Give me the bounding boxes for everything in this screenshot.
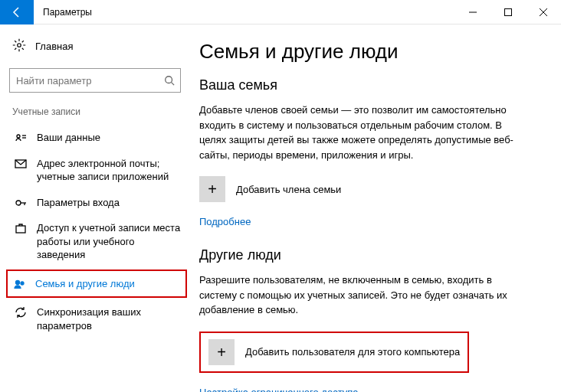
people-icon	[12, 278, 26, 290]
svg-point-11	[16, 201, 21, 205]
maximize-button[interactable]	[490, 0, 526, 24]
key-icon	[14, 197, 28, 209]
sidebar-item-label: Синхронизация ваших параметров	[37, 305, 182, 332]
others-description: Разрешите пользователям, не включенным в…	[199, 273, 521, 318]
back-button[interactable]	[0, 0, 34, 24]
sidebar-item-your-info[interactable]: Ваши данные	[9, 125, 187, 151]
minimize-button[interactable]	[455, 0, 490, 24]
page-title: Семья и другие люди	[199, 40, 541, 64]
window-controls	[455, 0, 561, 24]
maximize-icon	[504, 8, 512, 16]
titlebar: Параметры	[0, 0, 561, 24]
add-family-member-label: Добавить члена семьи	[236, 184, 341, 195]
sidebar-item-label: Семья и другие люди	[35, 277, 181, 291]
search-box[interactable]	[9, 68, 181, 93]
sidebar-section-heading: Учетные записи	[9, 106, 190, 117]
svg-rect-14	[16, 226, 25, 233]
highlight-annotation-sidebar: Семья и другие люди	[6, 270, 187, 299]
svg-point-7	[17, 135, 20, 138]
window-title: Параметры	[43, 7, 455, 18]
sidebar-item-email-accounts[interactable]: Адрес электронной почты; учетные записи …	[9, 151, 187, 190]
sidebar-item-signin-options[interactable]: Параметры входа	[9, 190, 187, 216]
kiosk-link[interactable]: Настройка ограниченного доступа	[199, 387, 359, 393]
search-input[interactable]	[10, 75, 159, 87]
sidebar: Главная Учетные записи Ваши данные Адрес…	[0, 24, 190, 392]
highlight-annotation-content: + Добавить пользователя для этого компью…	[199, 332, 469, 373]
gear-icon	[12, 38, 26, 54]
add-family-member-row[interactable]: + Добавить члена семьи	[199, 176, 541, 202]
sidebar-item-family-and-others[interactable]: Семья и другие люди	[8, 271, 185, 297]
svg-line-6	[172, 83, 175, 86]
learn-more-link[interactable]: Подробнее	[199, 216, 251, 227]
plus-icon: +	[199, 176, 225, 202]
svg-point-5	[166, 77, 172, 83]
home-button[interactable]: Главная	[9, 34, 190, 59]
svg-point-16	[21, 282, 24, 285]
sidebar-item-label: Параметры входа	[37, 196, 182, 210]
back-arrow-icon	[11, 6, 23, 18]
svg-point-4	[18, 44, 21, 47]
sync-icon	[14, 306, 28, 318]
family-section-title: Ваша семья	[199, 77, 541, 93]
person-card-icon	[14, 132, 28, 144]
sidebar-item-sync[interactable]: Синхронизация ваших параметров	[9, 299, 187, 338]
search-icon	[159, 75, 180, 86]
close-button[interactable]	[526, 0, 561, 24]
sidebar-item-label: Доступ к учетной записи места работы или…	[37, 221, 182, 262]
add-other-user-label: Добавить пользователя для этого компьюте…	[245, 346, 460, 358]
close-icon	[540, 8, 547, 16]
others-section-title: Другие люди	[199, 247, 541, 263]
briefcase-icon	[14, 222, 28, 234]
svg-point-15	[16, 280, 20, 284]
minimize-icon	[469, 8, 477, 16]
content-pane: Семья и другие люди Ваша семья Добавьте …	[190, 24, 561, 392]
plus-icon: +	[208, 339, 235, 365]
mail-icon	[14, 158, 28, 170]
svg-rect-1	[505, 8, 512, 15]
sidebar-item-label: Адрес электронной почты; учетные записи …	[37, 157, 182, 184]
family-description: Добавьте членов своей семьи — это позвол…	[199, 103, 521, 162]
sidebar-item-work-access[interactable]: Доступ к учетной записи места работы или…	[9, 215, 187, 268]
home-label: Главная	[35, 41, 73, 52]
sidebar-item-label: Ваши данные	[37, 131, 182, 145]
